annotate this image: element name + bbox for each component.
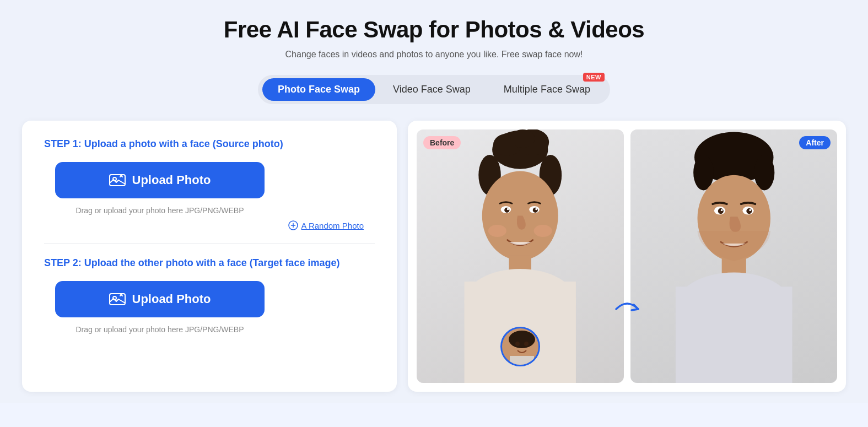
right-panel: Before [408,121,846,392]
svg-point-26 [524,342,529,346]
before-card: Before [417,129,624,383]
svg-point-24 [509,331,535,348]
tab-video-face-swap[interactable]: Video Face Swap [378,78,486,101]
step2-label: STEP 2: Upload the other photo with a fa… [44,257,375,269]
svg-rect-34 [675,287,792,383]
page-wrapper: Free AI Face Swap for Photos & Videos Ch… [0,0,868,403]
tab-pill: Photo Face Swap Video Face Swap Multiple… [258,75,610,104]
before-badge: Before [423,136,461,149]
new-badge: NEW [583,73,605,82]
random-photo-link[interactable]: A Random Photo [288,220,364,230]
step1-drag-hint: Drag or upload your photo here JPG/PNG/W… [55,206,265,215]
after-badge: After [799,136,831,149]
svg-point-22 [534,225,552,237]
step2-section: STEP 2: Upload the other photo with a fa… [44,257,375,334]
main-content: STEP 1: Upload a photo with a face (Sour… [22,121,846,392]
svg-point-38 [746,208,752,214]
tab-multiple-face-swap[interactable]: Multiple Face Swap NEW [488,78,606,101]
step1-label: STEP 1: Upload a photo with a face (Sour… [44,138,375,150]
swap-arrow-container [611,293,644,326]
page-subtitle: Change faces in videos and photos to any… [22,50,846,60]
left-panel: STEP 1: Upload a photo with a face (Sour… [22,121,397,392]
svg-point-37 [718,208,723,214]
svg-point-18 [533,208,538,213]
tab-bar: Photo Face Swap Video Face Swap Multiple… [22,75,846,104]
svg-point-20 [535,208,537,210]
svg-point-21 [488,225,506,237]
svg-point-39 [720,209,723,211]
svg-rect-3 [110,294,125,305]
after-card: After [630,129,838,383]
step2-drag-hint: Drag or upload your photo here JPG/PNG/W… [55,325,265,334]
svg-rect-0 [110,175,125,186]
tab-photo-face-swap[interactable]: Photo Face Swap [262,78,375,101]
after-person-illustration [630,129,838,383]
svg-point-30 [754,155,774,190]
svg-point-8 [510,129,535,148]
upload-photo-button-step2[interactable]: Upload Photo [55,281,265,317]
swap-arrow-icon [611,293,644,326]
step-divider [44,244,375,244]
svg-point-19 [507,208,509,210]
upload-icon-step1 [109,174,126,187]
svg-point-25 [515,342,520,346]
upload-icon-step2 [109,293,126,306]
upload-photo-button-step1[interactable]: Upload Photo [55,162,265,198]
svg-point-29 [693,155,714,190]
svg-point-17 [504,208,509,213]
circle-plus-icon [288,220,298,230]
page-title: Free AI Face Swap for Photos & Videos [22,17,846,43]
svg-point-40 [749,209,751,211]
